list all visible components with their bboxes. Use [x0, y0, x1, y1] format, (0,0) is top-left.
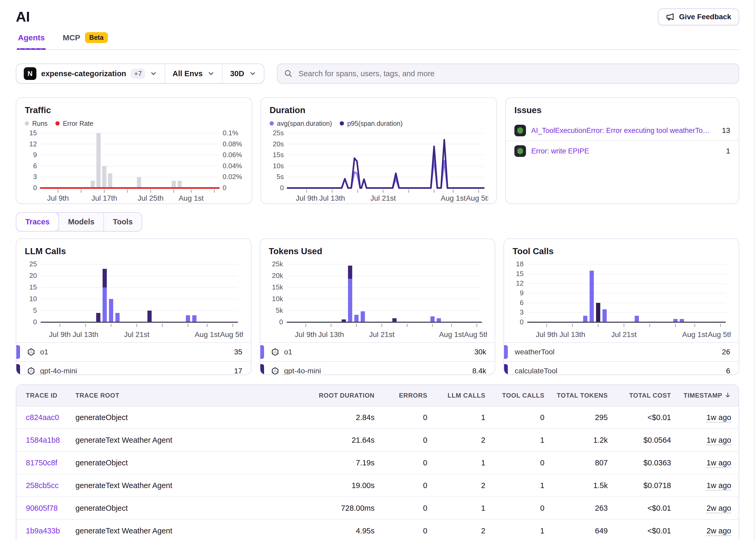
svg-text:Jul 9th: Jul 9th — [295, 331, 317, 338]
filter-segmented-control: N expense-categorization +7 All Envs 30D — [16, 64, 264, 83]
column-header[interactable]: ERRORS — [375, 385, 427, 406]
svg-text:5: 5 — [33, 306, 37, 314]
column-header[interactable]: LLM CALLS — [427, 385, 485, 406]
column-header[interactable]: TOTAL TOKENS — [544, 385, 608, 406]
date-range-selector[interactable]: 30D — [222, 64, 263, 83]
series-row[interactable]: gpt-4o-mini8.4k — [260, 361, 495, 375]
legend-item: Error Rate — [56, 120, 93, 127]
column-header[interactable]: ROOT DURATION — [295, 385, 375, 406]
trace-root-cell: generateObject — [76, 406, 295, 429]
table-row: c824aac0 generateObject 2.84s 0 1 0 295 … — [16, 406, 739, 429]
svg-text:20k: 20k — [272, 272, 283, 280]
llm-series-rows: o135gpt-4o-mini17 — [16, 342, 251, 375]
total-tokens-cell: 295 — [544, 406, 608, 429]
subtab-traces[interactable]: Traces — [16, 212, 59, 231]
total-tokens-cell: 807 — [544, 452, 608, 474]
search-input[interactable] — [298, 69, 732, 78]
timestamp[interactable]: 2w ago — [706, 504, 731, 512]
issues-card: Issues AI_ToolExecutionError: Error exec… — [506, 97, 739, 204]
trace-id-link[interactable]: 258cb5cc — [26, 481, 59, 490]
tokens-series-rows: o130kgpt-4o-mini8.4k — [260, 342, 495, 375]
openai-icon — [27, 348, 35, 356]
timestamp[interactable]: 1w ago — [706, 459, 731, 467]
column-header[interactable]: TRACE ID — [16, 385, 76, 406]
trace-id-link[interactable]: c824aac0 — [26, 413, 59, 422]
traces-table: TRACE IDTRACE ROOTROOT DURATIONERRORSLLM… — [16, 384, 739, 540]
issues-title: Issues — [506, 105, 739, 115]
svg-text:0.02%: 0.02% — [223, 173, 242, 181]
trace-id-link[interactable]: 81750c8f — [26, 459, 57, 467]
svg-text:3: 3 — [33, 173, 37, 181]
tool-calls-card: Tool Calls 0369121518Jul 9thJul 13thJul … — [504, 238, 739, 375]
subtab-models[interactable]: Models — [59, 213, 103, 231]
nodejs-icon — [515, 145, 526, 157]
issue-link[interactable]: Error: write EPIPE — [531, 147, 589, 155]
openai-icon — [271, 348, 279, 356]
series-row[interactable]: o130k — [260, 342, 495, 361]
trace-id-link[interactable]: 1584a1b8 — [26, 436, 60, 444]
svg-text:20s: 20s — [273, 140, 284, 148]
page-title: AI — [16, 8, 30, 25]
tab-mcp[interactable]: MCP Beta — [62, 32, 109, 49]
svg-text:Jul 21st: Jul 21st — [371, 194, 396, 202]
tokens-used-card: Tokens Used 05k10k15k20k25kJul 9thJul 13… — [260, 238, 495, 375]
series-row[interactable]: calculateTool6 — [504, 361, 739, 375]
trace-root-cell: generateObject — [76, 452, 295, 474]
total-cost-cell: $0.0718 — [608, 474, 671, 497]
svg-text:10s: 10s — [273, 162, 284, 170]
legend-dot — [25, 121, 29, 125]
column-header[interactable]: TOTAL COST — [608, 385, 671, 406]
series-row[interactable]: weatherTool26 — [504, 342, 739, 361]
tab-agents[interactable]: Agents — [17, 32, 46, 49]
timestamp[interactable]: 1w ago — [706, 436, 731, 444]
give-feedback-button[interactable]: Give Feedback — [658, 8, 739, 25]
svg-text:Aug 1st: Aug 1st — [195, 331, 220, 338]
column-header[interactable]: TRACE ROOT — [76, 385, 295, 406]
scrollbar-track[interactable] — [754, 0, 754, 540]
tokens-used-title: Tokens Used — [269, 246, 486, 256]
series-color-chip — [504, 345, 508, 359]
issue-link[interactable]: AI_ToolExecutionError: Error executing t… — [531, 127, 712, 135]
svg-text:6: 6 — [520, 299, 524, 307]
tool-calls-cell: 1 — [485, 519, 544, 540]
environment-selector[interactable]: All Envs — [165, 64, 222, 83]
traffic-title: Traffic — [25, 105, 243, 115]
timestamp[interactable]: 2w ago — [706, 527, 731, 535]
trace-id-link[interactable]: 90605f78 — [26, 504, 58, 512]
project-selector[interactable]: N expense-categorization +7 — [16, 64, 165, 83]
svg-text:Aug 5th: Aug 5th — [220, 331, 243, 338]
root-duration-cell: 4.95s — [295, 519, 375, 540]
column-header[interactable]: TIMESTAMP — [671, 385, 739, 406]
openai-icon — [271, 367, 279, 375]
series-color-chip — [16, 345, 20, 359]
series-row[interactable]: gpt-4o-mini17 — [16, 361, 251, 375]
svg-text:Aug 1st: Aug 1st — [179, 194, 204, 202]
legend-dot — [56, 121, 60, 125]
table-body: c824aac0 generateObject 2.84s 0 1 0 295 … — [16, 406, 739, 540]
trace-root-cell: generateText Weather Agent — [76, 429, 295, 452]
series-value: 8.4k — [472, 367, 495, 375]
timestamp[interactable]: 1w ago — [706, 481, 731, 490]
timestamp[interactable]: 1w ago — [706, 413, 731, 422]
traces-models-tools-tabs: Traces Models Tools — [16, 212, 142, 231]
series-label: gpt-4o-mini — [284, 367, 321, 375]
duration-card: Duration avg(span.duration)p95(span.dura… — [261, 97, 497, 204]
svg-text:Jul 21st: Jul 21st — [369, 331, 394, 338]
column-header[interactable]: TOOL CALLS — [485, 385, 544, 406]
trace-id-link[interactable]: 1b9a433b — [26, 527, 60, 535]
table-row: 81750c8f generateObject 7.19s 0 1 0 807 … — [16, 452, 739, 474]
legend-dot — [270, 121, 274, 125]
svg-text:0: 0 — [520, 318, 524, 326]
svg-text:25: 25 — [29, 260, 37, 268]
svg-text:0: 0 — [33, 318, 37, 326]
svg-text:0: 0 — [223, 184, 226, 192]
errors-cell: 0 — [375, 519, 427, 540]
megaphone-icon — [666, 13, 674, 21]
series-row[interactable]: o135 — [16, 342, 251, 361]
svg-text:5s: 5s — [277, 173, 284, 181]
llm-calls-cell: 2 — [427, 519, 485, 540]
svg-text:25s: 25s — [273, 129, 284, 137]
subtab-tools[interactable]: Tools — [103, 213, 142, 231]
total-cost-cell: $0.0363 — [608, 452, 671, 474]
total-tokens-cell: 263 — [544, 497, 608, 519]
